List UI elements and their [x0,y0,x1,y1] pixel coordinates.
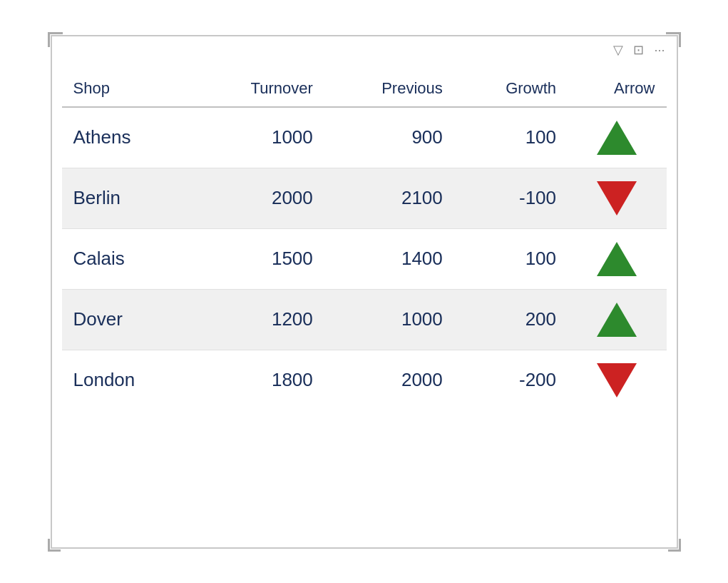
toolbar: ▽ ⊡ ··· [613,44,665,56]
cell-shop: Berlin [62,168,193,228]
cell-growth: -200 [454,350,568,410]
arrow-down-icon [597,363,637,397]
cell-growth: -100 [454,168,568,228]
table-row: Athens1000900100 [62,107,667,168]
filter-icon[interactable]: ▽ [613,44,623,56]
cell-arrow [568,168,666,228]
more-icon[interactable]: ··· [654,44,665,56]
cell-turnover: 1500 [193,228,324,289]
cell-previous: 1000 [324,289,454,350]
col-header-turnover: Turnover [193,72,324,107]
data-table: Shop Turnover Previous Growth Arrow Athe… [62,72,667,410]
cell-arrow [568,107,666,168]
cell-turnover: 2000 [193,168,324,228]
cell-arrow [568,289,666,350]
col-header-shop: Shop [62,72,193,107]
cell-growth: 100 [454,228,568,289]
col-header-arrow: Arrow [568,72,666,107]
cell-previous: 2100 [324,168,454,228]
arrow-up-icon [597,121,637,155]
cell-previous: 2000 [324,350,454,410]
table-row: Dover12001000200 [62,289,667,350]
table-row: Calais15001400100 [62,228,667,289]
col-header-growth: Growth [454,72,568,107]
expand-icon[interactable]: ⊡ [633,44,644,56]
table-header-row: Shop Turnover Previous Growth Arrow [62,72,667,107]
table-row: Berlin20002100-100 [62,168,667,228]
cell-turnover: 1200 [193,289,324,350]
cell-previous: 900 [324,107,454,168]
col-header-previous: Previous [324,72,454,107]
cell-shop: Dover [62,289,193,350]
cell-shop: Calais [62,228,193,289]
arrow-up-icon [597,303,637,337]
cell-turnover: 1000 [193,107,324,168]
cell-arrow [568,350,666,410]
table-card: ▽ ⊡ ··· Shop Turnover Previous Growth Ar… [51,35,678,549]
cell-shop: London [62,350,193,410]
cell-growth: 100 [454,107,568,168]
cell-shop: Athens [62,107,193,168]
arrow-down-icon [597,181,637,216]
cell-arrow [568,228,666,289]
table-row: London18002000-200 [62,350,667,410]
cell-turnover: 1800 [193,350,324,410]
cell-previous: 1400 [324,228,454,289]
cell-growth: 200 [454,289,568,350]
arrow-up-icon [597,242,637,276]
